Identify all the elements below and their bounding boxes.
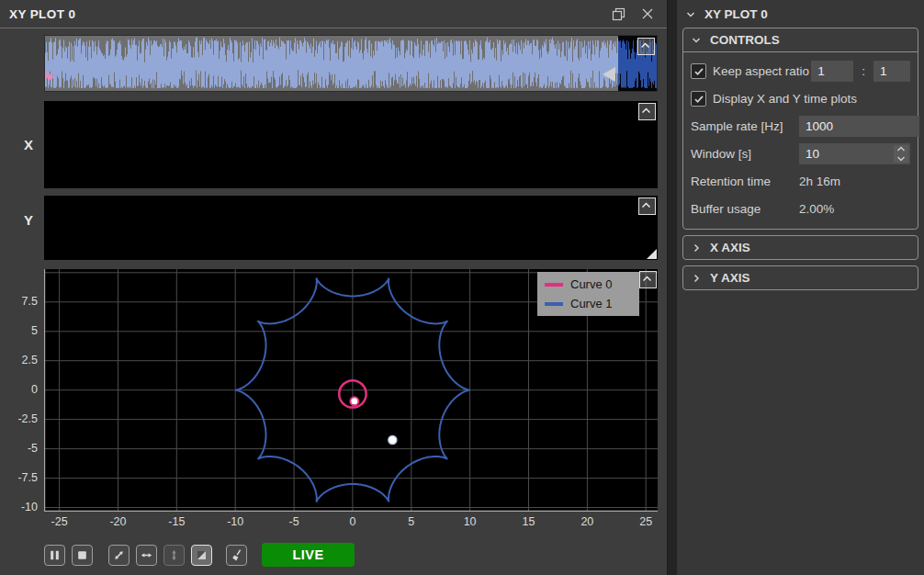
window-titlebar[interactable]: XY PLOT 0 [0,0,667,28]
legend-entry-label: Curve 0 [570,277,613,291]
collapse-xy-plot-button[interactable] [639,271,657,288]
close-window-button[interactable] [637,4,658,24]
y-tick-label: -2.5 [1,412,38,425]
x-tick-label: -15 [161,515,192,528]
collapse-x-plot-button[interactable] [638,103,656,120]
zoom-fit-both-button[interactable] [108,545,130,566]
pause-button[interactable] [44,545,65,566]
chevron-down-icon [685,9,696,20]
stop-icon [74,547,90,563]
x-tick-label: 15 [513,515,545,528]
chevron-right-icon [691,242,702,254]
chevron-up-icon [639,104,653,118]
half-filled-square-icon [194,547,209,563]
chevron-up-icon [638,39,652,52]
display-time-plots-label: Display X and Y time plots [713,92,857,106]
retention-row: Retention time 2h 16m [691,171,910,192]
curve1-position-marker [389,436,397,445]
x-time-plot[interactable] [44,101,658,188]
x-tick-label: -10 [220,515,251,528]
x-tick-label: 5 [396,515,427,528]
horizontal-arrows-icon [139,547,154,563]
zoom-fit-horizontal-button[interactable] [136,545,157,566]
keep-aspect-checkbox[interactable] [691,63,706,79]
checkmark-icon [693,94,704,105]
window-label: Window [s] [691,147,799,161]
pause-icon [47,547,62,563]
x-timeplot-label: X [18,137,39,152]
stop-button[interactable] [72,545,93,566]
controls-group-header[interactable]: CONTROLS [683,28,918,52]
background-toggle-button[interactable] [191,545,212,566]
aspect-ratio-x-input[interactable] [811,61,853,82]
y-tick-label: 0 [1,383,38,396]
y-tick-label: -5 [1,442,38,455]
settings-panel: XY PLOT 0 CONTROLS Keep aspect ratio [677,0,924,575]
y-tick-label: 5 [1,324,38,337]
keep-aspect-label: Keep aspect ratio [713,64,809,78]
window-spinner[interactable] [894,145,908,163]
x-tick-label: -5 [278,515,310,528]
checkmark-icon [693,66,704,77]
plot-toolbar: LIVE [44,543,355,567]
sample-rate-input[interactable] [799,116,919,137]
collapse-overview-button[interactable] [637,38,655,55]
xy-plot-window: XY PLOT 0 [0,0,668,575]
y-axis-header-text: Y AXIS [710,271,750,285]
screen: XY PLOT 0 [0,0,924,575]
controls-group: CONTROLS Keep aspect ratio : [682,28,918,230]
panel-title-text: XY PLOT 0 [704,7,768,21]
vertical-arrows-icon [166,547,182,563]
keep-aspect-row: Keep aspect ratio : [691,61,910,82]
x-tick-label: 10 [455,515,486,528]
x-axis-header-text: X AXIS [710,241,750,254]
display-time-plots-row: Display X and Y time plots [691,88,910,109]
sample-rate-row: Sample rate [Hz] [691,116,910,137]
x-tick-label: 25 [630,515,661,528]
y-tick-label: -7.5 [1,471,38,484]
aspect-ratio-y-input[interactable] [873,61,910,82]
legend-entry-label: Curve 1 [570,297,613,310]
legend-entry[interactable]: Curve 1 [545,297,632,310]
legend-swatch [545,302,563,306]
x-axis-tick-labels: -25-20-15-10-50510152025 [44,515,658,532]
x-tick-label: 20 [571,515,603,528]
x-axis-group: X AXIS [682,235,918,260]
brush-icon [229,547,244,563]
restore-icon [612,7,625,21]
clear-data-button[interactable] [226,545,247,566]
close-icon [641,7,654,20]
curve0-position-marker [350,397,358,405]
chevron-up-icon [639,198,653,212]
x-tick-label: -25 [44,515,75,528]
legend-entry[interactable]: Curve 0 [545,277,632,291]
spinner-up-icon[interactable] [896,145,906,152]
window-row: Window [s] [691,143,910,164]
timeline-overview-plot[interactable] [44,35,658,92]
buffer-usage-value: 2.00% [799,202,834,216]
sample-rate-label: Sample rate [Hz] [691,119,799,133]
spinner-down-icon[interactable] [896,155,906,163]
x-tick-label: 0 [337,515,368,528]
retention-label: Retention time [691,175,799,188]
xy-plot[interactable]: Curve 0Curve 1 [44,269,658,512]
legend[interactable]: Curve 0Curve 1 [537,272,639,316]
zoom-fit-vertical-button[interactable] [163,545,185,566]
y-time-plot[interactable] [44,196,658,260]
aspect-ratio-separator: : [862,64,865,78]
chevron-down-icon [691,35,702,46]
resize-handle[interactable] [647,249,657,259]
display-time-plots-checkbox[interactable] [691,91,706,107]
legend-swatch [545,283,563,287]
collapse-y-plot-button[interactable] [638,197,656,215]
y-axis-group-header[interactable]: Y AXIS [683,266,918,289]
x-axis-group-header[interactable]: X AXIS [683,236,918,259]
y-axis-tick-labels: 7.552.50-2.5-5-7.5-10 [0,269,41,512]
restore-window-button[interactable] [608,4,628,24]
panel-section-xy-plot[interactable]: XY PLOT 0 [677,0,924,28]
chevron-right-icon [691,273,702,284]
live-button[interactable]: LIVE [262,543,355,567]
controls-header-text: CONTROLS [710,33,780,47]
y-tick-label: -10 [1,501,38,513]
retention-value: 2h 16m [799,175,840,188]
